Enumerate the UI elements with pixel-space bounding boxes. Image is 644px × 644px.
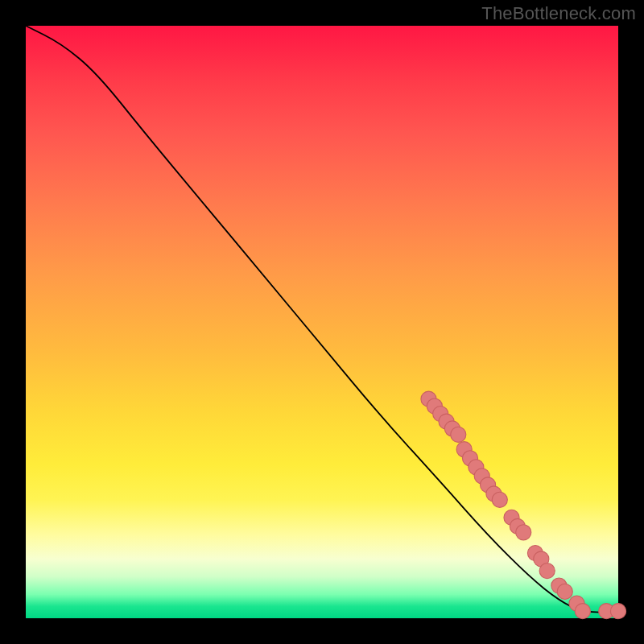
data-point <box>610 604 625 619</box>
data-point <box>492 492 507 507</box>
data-point <box>557 584 572 599</box>
plot-area <box>26 26 618 618</box>
data-point <box>539 564 555 579</box>
data-point <box>575 604 590 619</box>
data-point <box>516 525 531 540</box>
data-points-group <box>421 391 626 619</box>
chart-stage: TheBottleneck.com <box>0 0 644 644</box>
chart-svg <box>26 26 618 618</box>
data-point <box>451 427 466 442</box>
curve-path <box>26 26 618 613</box>
watermark-text: TheBottleneck.com <box>481 3 636 24</box>
